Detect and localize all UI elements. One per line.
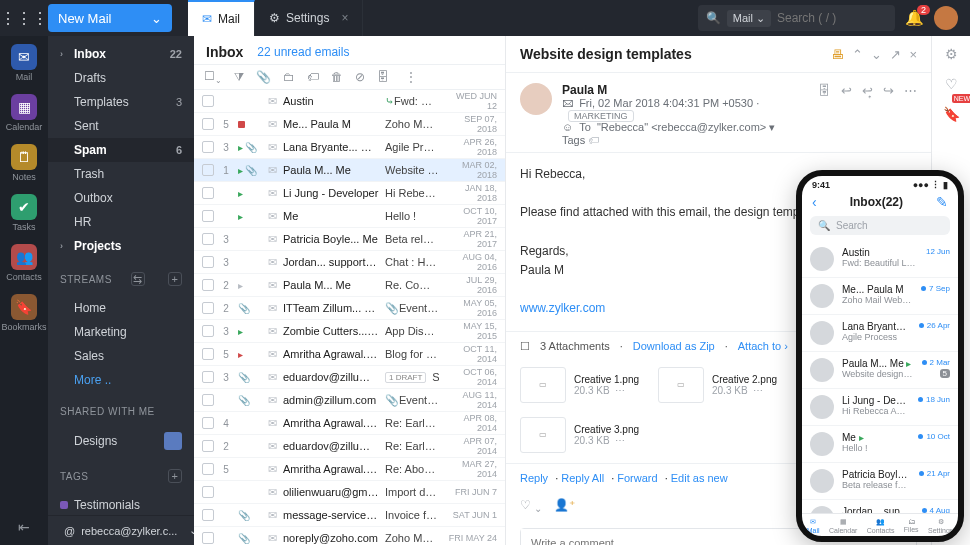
row-checkbox[interactable] [202, 509, 214, 521]
bookmark-rail-icon[interactable]: 🔖 [943, 106, 960, 122]
notifications-icon[interactable]: 🔔2 [905, 9, 924, 27]
phone-tab-settings[interactable]: ⚙Settings [928, 518, 953, 534]
row-checkbox[interactable] [202, 141, 214, 153]
attachment-item[interactable]: ▭Creative 1.png20.3 KB ⋯ [520, 367, 644, 403]
attachment-filter-icon[interactable]: 📎 [256, 70, 271, 84]
forward-link[interactable]: Forward [617, 472, 657, 484]
folder-inbox[interactable]: ›Inbox22 [48, 42, 194, 66]
message-row[interactable]: 3 ▸📎 ✉ Lana Bryante... Me ↑↑ Agile Proce… [194, 136, 505, 159]
tab-settings[interactable]: ⚙Settings× [255, 0, 363, 36]
message-row[interactable]: ✉ olilienwuaru@gmai... Import demand FRI… [194, 481, 505, 504]
row-checkbox[interactable] [202, 463, 214, 475]
invite-icon[interactable]: 👤⁺ [554, 498, 575, 514]
message-row[interactable]: 2 📎 ✉ ITTeam Zillum... Me 📎Event Invitat… [194, 297, 505, 320]
rail-tasks[interactable]: ✔Tasks [11, 194, 37, 232]
like-icon[interactable]: ♡ ⌄ [520, 498, 542, 514]
row-checkbox[interactable] [202, 279, 214, 291]
rail-bookmarks[interactable]: 🔖Bookmarks [1, 294, 46, 332]
row-checkbox[interactable] [202, 256, 214, 268]
rail-mail[interactable]: ✉Mail [11, 44, 37, 82]
phone-message-row[interactable]: Me ▸Hello ! 10 Oct [802, 426, 958, 463]
message-row[interactable]: 📎 ✉ admin@zillum.com 📎Event Updated - De… [194, 389, 505, 412]
row-checkbox[interactable] [202, 187, 214, 199]
folder-sent[interactable]: Sent [48, 114, 194, 138]
row-checkbox[interactable] [202, 348, 214, 360]
popout-icon[interactable]: ↗ [890, 47, 901, 62]
message-row[interactable]: 3 📎 ✉ eduardov@zillum.c... 1 DRAFT Some … [194, 366, 505, 389]
search-input[interactable] [777, 11, 887, 25]
edit-as-new-link[interactable]: Edit as new [671, 472, 728, 484]
folder-templates[interactable]: Templates3 [48, 90, 194, 114]
row-checkbox[interactable] [202, 95, 214, 107]
message-row[interactable]: ✉ Austin ⤷Fwd: Beautiful locati... WED J… [194, 90, 505, 113]
message-row[interactable]: 📎 ✉ message-service@... Invoice from Inv… [194, 504, 505, 527]
phone-message-row[interactable]: Lana Bryante... Me ▸Agile Process 26 Apr [802, 315, 958, 352]
phone-tab-mail[interactable]: ✉Mail [807, 518, 820, 534]
body-link[interactable]: www.zylker.com [520, 301, 605, 315]
tag-icon[interactable]: 🏷 [307, 70, 319, 84]
tag-item[interactable]: Testimonials [48, 493, 194, 517]
stream-marketing[interactable]: Marketing [48, 320, 194, 344]
expand-recipients-icon[interactable]: ▾ [769, 121, 775, 133]
streams-settings-icon[interactable]: ⇆ [131, 272, 145, 286]
apps-grid-icon[interactable]: ⋮⋮⋮ [0, 9, 48, 28]
message-row[interactable]: 1 ▸📎 ✉ Paula M... Me Website design temp… [194, 159, 505, 182]
new-mail-button[interactable]: New Mail⌄ [48, 4, 172, 32]
unread-count[interactable]: 22 unread emails [257, 45, 349, 59]
reply-link[interactable]: Reply [520, 472, 548, 484]
delete-icon[interactable]: 🗑 [331, 70, 343, 84]
row-checkbox[interactable] [202, 417, 214, 429]
row-checkbox[interactable] [202, 394, 214, 406]
reply-all-icon[interactable]: ↩͎ [862, 83, 873, 146]
phone-tab-calendar[interactable]: ▦Calendar [829, 518, 857, 534]
widgets-icon[interactable]: ♡ [945, 76, 958, 92]
row-checkbox[interactable] [202, 486, 214, 498]
phone-message-row[interactable]: Patricia Boyle... MeBeta release for app… [802, 463, 958, 500]
phone-search[interactable]: 🔍Search [810, 216, 950, 235]
message-row[interactable]: 📎 ✉ noreply@zoho.com Zoho MAIL :: Mail F… [194, 527, 505, 545]
settings-gear-icon[interactable]: ⚙ [945, 46, 958, 62]
row-checkbox[interactable] [202, 371, 214, 383]
message-row[interactable]: 3 ✉ Jordan... support@z... Chat : Hey Pa… [194, 251, 505, 274]
archive-action-icon[interactable]: 🗄 [818, 83, 831, 146]
phone-back-icon[interactable]: ‹ [812, 194, 817, 210]
row-checkbox[interactable] [202, 302, 214, 314]
close-icon[interactable]: × [341, 11, 348, 25]
attachment-item[interactable]: ▭Creative 2.png20.3 KB ⋯ [658, 367, 782, 403]
user-avatar[interactable] [934, 6, 958, 30]
row-checkbox[interactable] [202, 210, 214, 222]
archive-icon[interactable]: 🗄 [377, 70, 389, 84]
global-search[interactable]: 🔍 Mail ⌄ [698, 5, 895, 31]
message-row[interactable]: 4 ✉ Amritha Agrawal... ... Re: Early acc… [194, 412, 505, 435]
reply-all-link[interactable]: Reply All [561, 472, 604, 484]
folder-drafts[interactable]: Drafts [48, 66, 194, 90]
stream-sales[interactable]: Sales [48, 344, 194, 368]
add-tag-inline-icon[interactable]: 🏷 [588, 134, 599, 146]
attachment-item[interactable]: ▭Creative 3.png20.3 KB ⋯ [520, 417, 644, 453]
rail-contacts[interactable]: 👥Contacts [6, 244, 42, 282]
streams-more[interactable]: More .. [48, 368, 194, 392]
select-all-checkbox[interactable]: ☐⌄ [204, 69, 222, 85]
phone-message-row[interactable]: Me... Paula MZoho Mail Webinar 7 Sep [802, 278, 958, 315]
account-footer[interactable]: @rebecca@zylker.c...⌄ [48, 515, 194, 545]
print-icon[interactable]: 🖶 [831, 47, 844, 62]
row-checkbox[interactable] [202, 440, 214, 452]
folder-projects[interactable]: ›Projects [48, 234, 194, 258]
folder-trash[interactable]: Trash [48, 162, 194, 186]
more-icon[interactable]: ⋮ [405, 70, 417, 84]
tab-mail[interactable]: ✉Mail [188, 0, 255, 36]
message-row[interactable]: 2 ✉ eduardov@zillum.c... Re: Early acces… [194, 435, 505, 458]
message-row[interactable]: 3 ▸ ✉ Zombie Cutters... le... App Discou… [194, 320, 505, 343]
row-checkbox[interactable] [202, 118, 214, 130]
folder-hr[interactable]: HR [48, 210, 194, 234]
row-checkbox[interactable] [202, 532, 214, 544]
row-checkbox[interactable] [202, 233, 214, 245]
message-row[interactable]: 3 ✉ Patricia Boyle... Me Beta release of… [194, 228, 505, 251]
more-actions-icon[interactable]: ⋯ [904, 83, 917, 146]
reply-icon[interactable]: ↩ [841, 83, 852, 146]
shared-designs[interactable]: Designs [48, 427, 194, 455]
filter-icon[interactable]: ⧩ [234, 70, 244, 84]
phone-tab-files[interactable]: 🗂Files [904, 518, 919, 534]
folder-spam[interactable]: Spam6 [48, 138, 194, 162]
message-row[interactable]: ▸ ✉ Li Jung - Developer Hi Rebecca Ander… [194, 182, 505, 205]
